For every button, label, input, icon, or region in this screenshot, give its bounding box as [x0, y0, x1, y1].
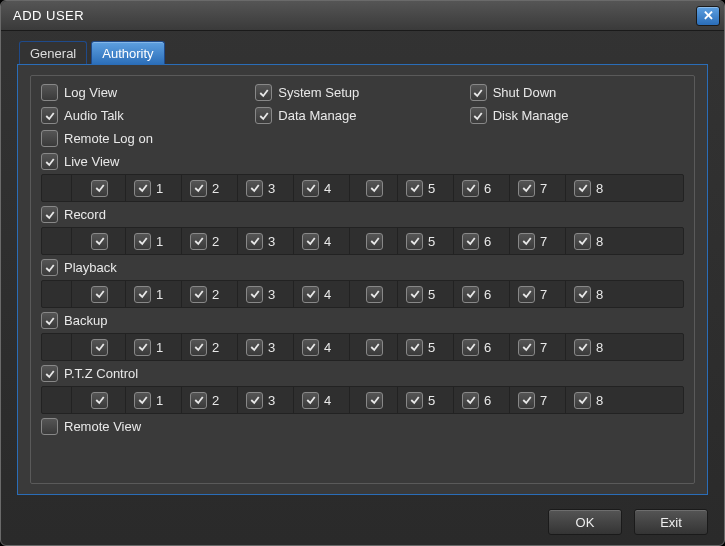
channel-all-cell: [72, 334, 126, 360]
channel-cell: 6: [454, 175, 510, 201]
channel-checkbox[interactable]: [574, 392, 591, 409]
channel-label: 7: [540, 393, 547, 408]
channel-checkbox[interactable]: [366, 392, 383, 409]
channel-checkbox[interactable]: [302, 286, 319, 303]
channel-checkbox[interactable]: [91, 392, 108, 409]
chk-ptz-control[interactable]: [41, 365, 58, 382]
channel-checkbox[interactable]: [91, 286, 108, 303]
chk-remote-log-on[interactable]: [41, 130, 58, 147]
label-backup: Backup: [64, 313, 107, 328]
channel-checkbox[interactable]: [190, 233, 207, 250]
section-ptz-control: P.T.Z Control: [41, 365, 684, 382]
channel-checkbox[interactable]: [190, 286, 207, 303]
channel-checkbox[interactable]: [462, 180, 479, 197]
chk-disk-manage[interactable]: [470, 107, 487, 124]
channel-cell: 6: [454, 387, 510, 413]
channel-label: 1: [156, 181, 163, 196]
channel-checkbox[interactable]: [574, 180, 591, 197]
channel-checkbox[interactable]: [302, 339, 319, 356]
chk-system-setup[interactable]: [255, 84, 272, 101]
channel-label: 8: [596, 234, 603, 249]
section-remote-view: Remote View: [41, 418, 684, 435]
channel-cell: 7: [510, 387, 566, 413]
close-button[interactable]: ✕: [696, 6, 720, 26]
channel-checkbox[interactable]: [366, 339, 383, 356]
channel-checkbox[interactable]: [246, 180, 263, 197]
channel-cell: 8: [566, 175, 683, 201]
channel-cell: 5: [398, 281, 454, 307]
channel-checkbox[interactable]: [462, 392, 479, 409]
channel-checkbox[interactable]: [518, 233, 535, 250]
chk-shut-down[interactable]: [470, 84, 487, 101]
add-user-window: ADD USER ✕ General Authority Log View Sy…: [0, 0, 725, 546]
channel-checkbox[interactable]: [246, 233, 263, 250]
channel-all-cell: [72, 228, 126, 254]
ok-button[interactable]: OK: [548, 509, 622, 535]
channel-checkbox[interactable]: [134, 339, 151, 356]
chk-record[interactable]: [41, 206, 58, 223]
channel-checkbox[interactable]: [574, 233, 591, 250]
label-audio-talk: Audio Talk: [64, 108, 124, 123]
chk-live-view[interactable]: [41, 153, 58, 170]
channel-checkbox[interactable]: [462, 233, 479, 250]
channel-checkbox[interactable]: [134, 180, 151, 197]
chk-playback[interactable]: [41, 259, 58, 276]
channel-cell: 1: [126, 387, 182, 413]
channel-checkbox[interactable]: [366, 233, 383, 250]
channel-checkbox[interactable]: [134, 392, 151, 409]
channel-checkbox[interactable]: [406, 392, 423, 409]
chk-audio-talk[interactable]: [41, 107, 58, 124]
channel-label: 7: [540, 340, 547, 355]
exit-button[interactable]: Exit: [634, 509, 708, 535]
channel-checkbox[interactable]: [406, 180, 423, 197]
chk-log-view[interactable]: [41, 84, 58, 101]
channel-label: 2: [212, 393, 219, 408]
channel-checkbox[interactable]: [246, 339, 263, 356]
channel-checkbox[interactable]: [190, 392, 207, 409]
channel-checkbox[interactable]: [302, 392, 319, 409]
channel-checkbox[interactable]: [518, 392, 535, 409]
authority-panel: Log View System Setup Shut Down Audio Ta…: [17, 64, 708, 495]
channel-checkbox[interactable]: [518, 286, 535, 303]
opt-data-manage: Data Manage: [255, 107, 469, 124]
channel-checkbox[interactable]: [406, 286, 423, 303]
channel-checkbox[interactable]: [462, 286, 479, 303]
channel-checkbox[interactable]: [366, 286, 383, 303]
channel-checkbox[interactable]: [91, 180, 108, 197]
channel-checkbox[interactable]: [574, 286, 591, 303]
channel-checkbox[interactable]: [518, 180, 535, 197]
playback-channel-row: 12345678: [41, 280, 684, 308]
channel-checkbox[interactable]: [406, 233, 423, 250]
tab-authority[interactable]: Authority: [91, 41, 164, 65]
channel-checkbox[interactable]: [518, 339, 535, 356]
channel-cell: 1: [126, 228, 182, 254]
label-system-setup: System Setup: [278, 85, 359, 100]
channel-checkbox[interactable]: [574, 339, 591, 356]
channel-checkbox[interactable]: [134, 286, 151, 303]
opt-disk-manage: Disk Manage: [470, 107, 684, 124]
channel-checkbox[interactable]: [462, 339, 479, 356]
channel-checkbox[interactable]: [190, 339, 207, 356]
channel-checkbox[interactable]: [246, 392, 263, 409]
chk-remote-view[interactable]: [41, 418, 58, 435]
channel-label: 4: [324, 393, 331, 408]
channel-checkbox[interactable]: [406, 339, 423, 356]
channel-cell: 6: [454, 281, 510, 307]
window-body: General Authority Log View System Setup: [1, 31, 724, 501]
channel-checkbox[interactable]: [302, 233, 319, 250]
channel-checkbox[interactable]: [366, 180, 383, 197]
channel-checkbox[interactable]: [134, 233, 151, 250]
channel-checkbox[interactable]: [91, 233, 108, 250]
channel-checkbox[interactable]: [190, 180, 207, 197]
channel-checkbox[interactable]: [246, 286, 263, 303]
chk-data-manage[interactable]: [255, 107, 272, 124]
channel-checkbox[interactable]: [302, 180, 319, 197]
tab-general[interactable]: General: [19, 41, 87, 65]
channel-all-cell: [72, 281, 126, 307]
channel-cell: 3: [238, 228, 294, 254]
channel-cell: 8: [566, 281, 683, 307]
channel-cell: 4: [294, 281, 350, 307]
opt-shut-down: Shut Down: [470, 84, 684, 101]
chk-backup[interactable]: [41, 312, 58, 329]
channel-checkbox[interactable]: [91, 339, 108, 356]
